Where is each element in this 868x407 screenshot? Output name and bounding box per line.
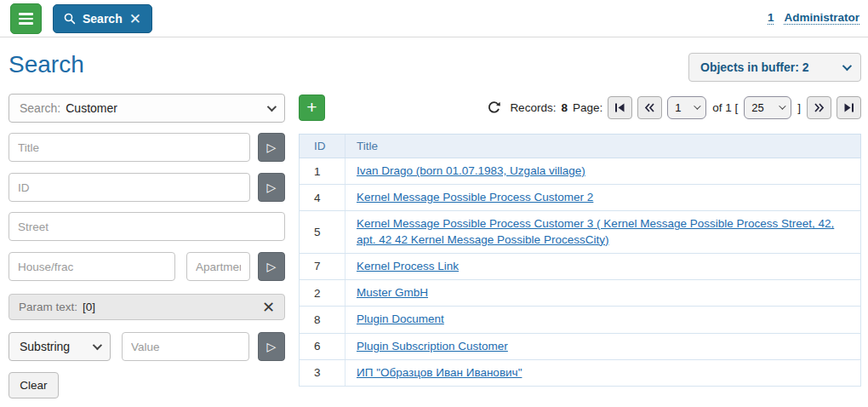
first-page-button[interactable]	[608, 96, 632, 119]
user-links: 1 Administrator	[768, 11, 859, 25]
chevron-down-icon	[694, 102, 700, 109]
run-icon: ▷	[267, 260, 277, 273]
run-param-search-button[interactable]: ▷	[258, 332, 285, 361]
row-id: 3	[300, 360, 345, 386]
substring-select[interactable]: Substring	[9, 332, 111, 361]
row-title-link[interactable]: Kernel Message Possible Process Customer…	[357, 190, 593, 205]
table-row: 3ИП "Образцов Иван Иванович"	[299, 360, 861, 387]
row-title-cell: Kernel Message Possible Process Customer…	[345, 185, 603, 210]
row-title-link[interactable]: Kernel Process Link	[357, 259, 459, 274]
row-title-link[interactable]: Plugin Subscription Customer	[357, 339, 508, 354]
value-input[interactable]	[122, 332, 249, 361]
chevron-down-icon	[842, 61, 852, 71]
table-header: ID Title	[299, 134, 861, 158]
clear-button[interactable]: Clear	[9, 372, 59, 398]
substring-value: Substring	[20, 340, 70, 353]
param-text-label: Param text:	[19, 301, 77, 313]
next-page-button[interactable]	[807, 96, 831, 119]
row-title-link[interactable]: ИП "Образцов Иван Иванович"	[357, 365, 522, 381]
row-title-link[interactable]: Kernel Message Possible Process Customer…	[357, 216, 850, 247]
page-title: Search	[9, 51, 84, 78]
top-bar: Search ✕ 1 Administrator	[0, 0, 868, 37]
row-id: 1	[300, 158, 345, 184]
chevron-down-icon	[93, 341, 102, 350]
hamburger-icon	[19, 13, 33, 15]
run-icon: ▷	[267, 181, 277, 194]
row-id: 2	[300, 280, 345, 306]
bracket-close-label: ]	[797, 101, 801, 114]
table-row: 4Kernel Message Possible Process Custome…	[299, 185, 861, 211]
row-title-cell: Kernel Process Link	[345, 254, 469, 279]
of-pages-label: of 1 [	[712, 101, 738, 114]
last-page-icon	[843, 103, 854, 112]
table-row: 5Kernel Message Possible Process Custome…	[299, 211, 861, 253]
row-title-cell: Kernel Message Possible Process Customer…	[345, 211, 860, 252]
title-input[interactable]	[9, 133, 250, 162]
search-type-select[interactable]: Search: Customer	[9, 94, 285, 123]
row-title-link[interactable]: Plugin Document	[357, 312, 444, 327]
row-title-cell: ИП "Образцов Иван Иванович"	[345, 360, 532, 386]
row-title-cell: Plugin Subscription Customer	[345, 334, 518, 359]
column-header-id: ID	[300, 135, 345, 158]
page-label: Page:	[573, 101, 602, 114]
apartment-input[interactable]	[186, 252, 250, 281]
records-count: 8	[561, 101, 568, 114]
house-input[interactable]	[9, 252, 175, 281]
search-icon	[64, 13, 76, 25]
add-button[interactable]: +	[299, 95, 325, 121]
param-text-count: [0]	[83, 301, 95, 313]
first-page-icon	[614, 103, 625, 112]
table-row: 8Plugin Document	[299, 307, 861, 333]
buffer-button-label: Objects in buffer: 2	[700, 60, 809, 74]
page-size-value: 25	[751, 101, 763, 114]
row-id: 8	[300, 307, 345, 332]
param-text-bar: Param text: [0] ✕	[9, 294, 285, 320]
run-title-search-button[interactable]: ▷	[258, 133, 285, 162]
row-id: 7	[300, 254, 345, 279]
column-header-title: Title	[345, 140, 378, 152]
id-input[interactable]	[9, 173, 250, 202]
chevron-down-icon	[267, 102, 277, 112]
row-title-cell: Plugin Document	[345, 307, 454, 332]
chevron-down-icon	[779, 102, 785, 109]
table-row: 2Muster GmbH	[299, 280, 861, 307]
prev-page-icon	[644, 103, 655, 112]
tab-search[interactable]: Search ✕	[53, 4, 152, 33]
street-input[interactable]	[9, 212, 285, 241]
row-title-cell: Muster GmbH	[345, 280, 438, 306]
menu-button[interactable]	[10, 3, 42, 34]
page-number-value: 1	[675, 101, 681, 114]
row-title-cell: Ivan Drago (born 01.07.1983, Uzgala vill…	[345, 158, 596, 184]
row-id: 5	[300, 211, 345, 252]
table-row: 6Plugin Subscription Customer	[299, 334, 861, 360]
search-type-label: Search:	[20, 101, 60, 115]
table-row: 7Kernel Process Link	[299, 254, 861, 280]
table-body: 1Ivan Drago (born 01.07.1983, Uzgala vil…	[299, 158, 861, 387]
results-table: ID Title 1Ivan Drago (born 01.07.1983, U…	[299, 134, 861, 387]
row-id: 6	[300, 334, 345, 359]
row-title-link[interactable]: Muster GmbH	[357, 285, 428, 301]
row-id: 4	[300, 185, 345, 210]
plus-icon: +	[306, 98, 317, 116]
user-count-link[interactable]: 1	[768, 11, 774, 25]
run-icon: ▷	[267, 140, 277, 154]
run-id-search-button[interactable]: ▷	[258, 173, 285, 202]
last-page-button[interactable]	[837, 96, 861, 119]
page-size-select[interactable]: 25	[744, 96, 791, 119]
search-type-value: Customer	[66, 101, 117, 115]
tab-close-icon[interactable]: ✕	[129, 12, 141, 26]
tab-label: Search	[83, 12, 123, 26]
records-label: Records:	[510, 101, 556, 114]
next-page-icon	[814, 103, 825, 112]
refresh-icon[interactable]	[487, 100, 501, 115]
table-row: 1Ivan Drago (born 01.07.1983, Uzgala vil…	[299, 158, 861, 185]
user-name-link[interactable]: Administrator	[784, 11, 859, 25]
prev-page-button[interactable]	[637, 96, 662, 119]
param-close-icon[interactable]: ✕	[262, 300, 275, 315]
row-title-link[interactable]: Ivan Drago (born 01.07.1983, Uzgala vill…	[357, 163, 585, 179]
page-number-select[interactable]: 1	[667, 96, 706, 119]
run-icon: ▷	[267, 340, 277, 353]
run-address-search-button[interactable]: ▷	[258, 252, 285, 281]
pagination-bar: Records: 8 Page: 1 of 1 [ 25 ]	[487, 95, 861, 120]
objects-in-buffer-button[interactable]: Objects in buffer: 2	[688, 53, 861, 82]
